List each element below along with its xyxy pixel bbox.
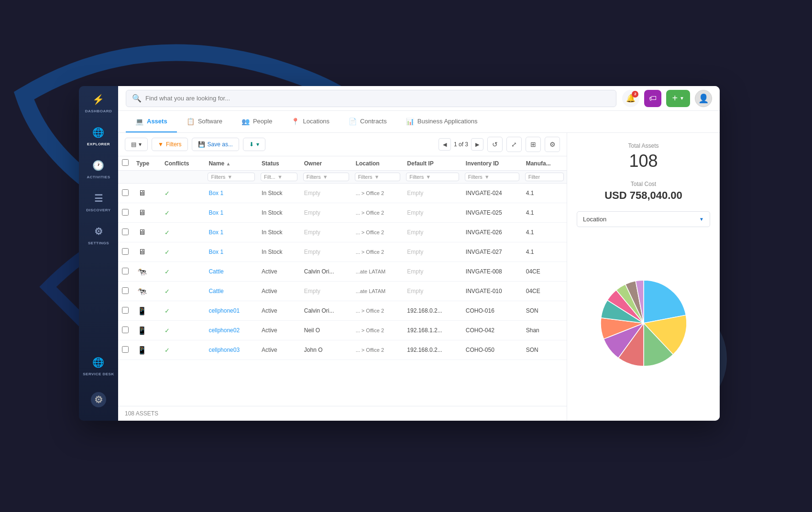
pie-chart-container bbox=[577, 235, 710, 411]
contracts-tab-icon: 📄 bbox=[349, 118, 357, 125]
asset-name-2[interactable]: Box 1 bbox=[208, 229, 223, 236]
th-owner: Owner bbox=[300, 156, 352, 171]
servicedesk-icon: 🌐 bbox=[91, 355, 106, 370]
import-button[interactable]: ⬇ ▾ bbox=[243, 138, 265, 151]
expand-icon: ⤢ bbox=[511, 141, 517, 148]
search-container[interactable]: 🔍 bbox=[126, 90, 616, 107]
explorer-icon: 🌐 bbox=[91, 125, 106, 140]
sidebar-bottom: 🌐 SERVICE DESK ⚙ bbox=[79, 349, 118, 421]
asset-owner-3: Empty bbox=[300, 242, 352, 262]
asset-name-7[interactable]: cellphone02 bbox=[208, 327, 240, 334]
asset-manuf-5: 04CE bbox=[522, 282, 567, 301]
asset-type-icon-1: 🖥 bbox=[136, 207, 148, 218]
tab-assets[interactable]: 💻 Assets bbox=[126, 111, 177, 132]
asset-location-5: ...ate LATAM bbox=[352, 282, 404, 301]
asset-location-1: ... > Office 2 bbox=[352, 203, 404, 223]
view-toggle-button[interactable]: ▤ ▾ bbox=[125, 138, 148, 151]
invid-filter[interactable]: Filters ▼ bbox=[465, 173, 519, 181]
plus-icon: + bbox=[672, 93, 678, 104]
asset-name-4[interactable]: Cattle bbox=[208, 268, 223, 275]
row-checkbox-1[interactable] bbox=[122, 209, 129, 216]
sidebar-item-dashboard[interactable]: ⚡ DASHBOARD bbox=[79, 86, 118, 119]
sidebar-item-servicedesk[interactable]: 🌐 SERVICE DESK bbox=[79, 349, 118, 382]
user-avatar-button[interactable]: 👤 bbox=[695, 90, 712, 107]
asset-status-0: In Stock bbox=[258, 184, 300, 203]
tag-button[interactable]: 🏷 bbox=[644, 90, 661, 107]
sidebar-item-bottom[interactable]: ⚙ bbox=[79, 386, 118, 413]
total-cost-value: USD 758,040.00 bbox=[577, 189, 710, 202]
assets-tab-label: Assets bbox=[147, 118, 167, 125]
asset-manuf-0: 4.1 bbox=[522, 184, 567, 203]
tab-locations[interactable]: 📍 Locations bbox=[282, 111, 339, 132]
table-row: 🖥 ✓ Box 1 In Stock Empty ... > Office 2 … bbox=[118, 223, 567, 242]
asset-type-icon-0: 🖥 bbox=[136, 187, 148, 199]
search-input[interactable] bbox=[145, 95, 610, 102]
sidebar-item-discovery[interactable]: ☰ DISCOVERY bbox=[79, 185, 118, 218]
row-checkbox-3[interactable] bbox=[122, 248, 129, 255]
discovery-icon: ☰ bbox=[91, 191, 106, 206]
asset-name-5[interactable]: Cattle bbox=[208, 288, 223, 294]
asset-status-7: Active bbox=[258, 321, 300, 340]
row-checkbox-4[interactable] bbox=[122, 268, 129, 274]
row-checkbox-0[interactable] bbox=[122, 189, 129, 196]
right-panel: Total Assets 108 Total Cost USD 758,040.… bbox=[567, 133, 720, 421]
th-name[interactable]: Name ▲ bbox=[205, 156, 258, 171]
table-row: 🐄 ✓ Cattle Active Empty ...ate LATAM Emp… bbox=[118, 282, 567, 301]
people-tab-label: People bbox=[253, 118, 272, 125]
ip-filter[interactable]: Filters ▼ bbox=[406, 173, 459, 181]
location-dropdown[interactable]: Location ▼ bbox=[577, 211, 710, 227]
column-settings-button[interactable]: ⚙ bbox=[545, 137, 560, 152]
save-as-button[interactable]: 💾 Save as... bbox=[192, 138, 239, 151]
asset-owner-4: Calvin Ori... bbox=[300, 262, 352, 282]
sidebar-label-activities: ACTIVITIES bbox=[87, 175, 110, 179]
sidebar-label-settings: SETTINGS bbox=[88, 241, 109, 245]
expand-button[interactable]: ⤢ bbox=[506, 137, 522, 152]
row-checkbox-5[interactable] bbox=[122, 287, 129, 294]
view-icon: ▤ bbox=[131, 141, 136, 148]
next-page-button[interactable]: ▶ bbox=[471, 138, 483, 151]
contracts-tab-label: Contracts bbox=[360, 118, 387, 125]
pie-chart bbox=[596, 275, 691, 371]
row-checkbox-8[interactable] bbox=[122, 346, 129, 353]
sidebar-item-explorer[interactable]: 🌐 EXPLORER bbox=[79, 119, 118, 152]
add-button[interactable]: + ▼ bbox=[666, 90, 690, 107]
notification-button[interactable]: 🔔 2 bbox=[622, 90, 639, 107]
asset-invid-6: COHO-016 bbox=[462, 301, 522, 321]
asset-toolbar: ▤ ▾ ▼ Filters 💾 Save as... ⬇ ▾ bbox=[118, 133, 567, 156]
grid-view-button[interactable]: ⊞ bbox=[526, 137, 541, 152]
manuf-filter[interactable]: Filter bbox=[525, 173, 564, 181]
tab-contracts[interactable]: 📄 Contracts bbox=[339, 111, 396, 132]
asset-ip-6: 192.168.0.2... bbox=[403, 301, 462, 321]
asset-name-0[interactable]: Box 1 bbox=[208, 190, 223, 196]
tab-business-apps[interactable]: 📊 Business Applications bbox=[396, 111, 487, 132]
software-tab-label: Software bbox=[198, 118, 222, 125]
row-checkbox-2[interactable] bbox=[122, 229, 129, 235]
row-checkbox-6[interactable] bbox=[122, 307, 129, 314]
select-all-checkbox[interactable] bbox=[122, 159, 129, 166]
asset-name-8[interactable]: cellphone03 bbox=[208, 347, 240, 353]
tab-bar: 💻 Assets 📋 Software 👥 People 📍 Locations… bbox=[118, 111, 720, 133]
asset-count: 108 ASSETS bbox=[125, 410, 158, 417]
refresh-button[interactable]: ↺ bbox=[487, 137, 503, 152]
sidebar-item-settings[interactable]: ⚙ SETTINGS bbox=[79, 218, 118, 251]
notification-badge: 2 bbox=[632, 91, 638, 98]
status-filter[interactable]: Filt... ▼ bbox=[261, 173, 297, 181]
page-info: 1 of 3 bbox=[454, 141, 468, 148]
th-inventory-id: Inventory ID bbox=[462, 156, 522, 171]
tab-software[interactable]: 📋 Software bbox=[177, 111, 232, 132]
asset-owner-6: Calvin Ori... bbox=[300, 301, 352, 321]
name-filter[interactable]: Filters ▼ bbox=[208, 173, 255, 181]
asset-table-container[interactable]: Type Conflicts Name ▲ Status Owner Locat… bbox=[118, 156, 567, 406]
asset-name-1[interactable]: Box 1 bbox=[208, 209, 223, 216]
location-filter[interactable]: Filters ▼ bbox=[355, 173, 401, 181]
asset-invid-5: INVGATE-010 bbox=[462, 282, 522, 301]
tab-people[interactable]: 👥 People bbox=[232, 111, 282, 132]
row-checkbox-7[interactable] bbox=[122, 327, 129, 333]
asset-name-3[interactable]: Box 1 bbox=[208, 249, 223, 255]
sidebar-item-activities[interactable]: 🕐 ACTIVITIES bbox=[79, 152, 118, 185]
filters-button[interactable]: ▼ Filters bbox=[152, 138, 188, 151]
prev-page-button[interactable]: ◀ bbox=[439, 138, 451, 151]
asset-status-8: Active bbox=[258, 340, 300, 360]
asset-name-6[interactable]: cellphone01 bbox=[208, 307, 240, 314]
owner-filter[interactable]: Filters ▼ bbox=[303, 173, 349, 181]
